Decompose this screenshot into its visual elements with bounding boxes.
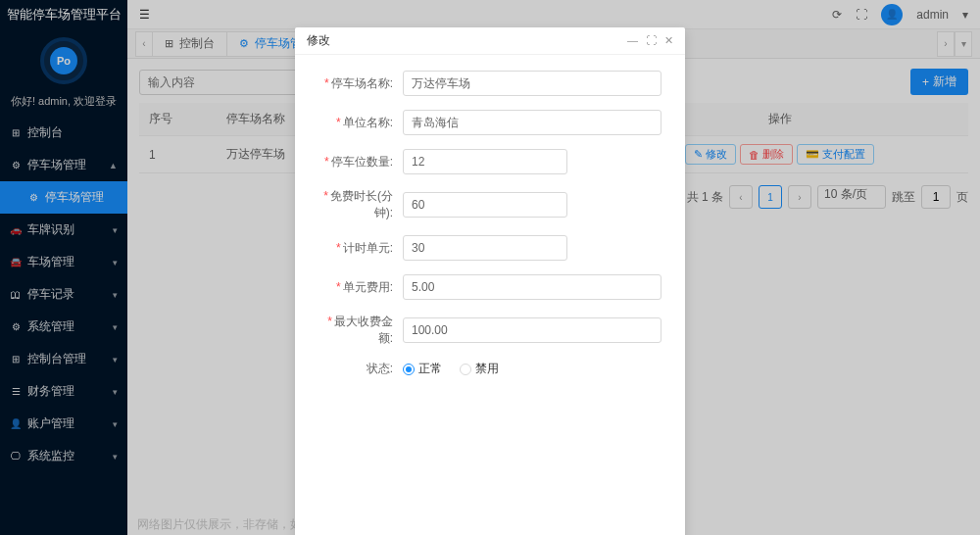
label-free-min: 免费时长(分钟): <box>318 188 403 221</box>
minimize-icon[interactable]: — <box>627 34 638 47</box>
label-park-name: 停车场名称: <box>318 75 403 92</box>
label-slot-count: 停车位数量: <box>318 154 403 170</box>
input-time-unit[interactable] <box>403 235 567 261</box>
input-unit-name[interactable] <box>403 110 662 135</box>
close-icon[interactable]: ✕ <box>664 34 673 47</box>
label-unit-name: 单位名称: <box>318 115 403 131</box>
label-time-unit: 计时单元: <box>318 240 403 257</box>
label-max-fee: 最大收费金额: <box>318 314 403 347</box>
maximize-icon[interactable]: ⛶ <box>646 34 657 47</box>
input-slot-count[interactable] <box>403 149 567 174</box>
radio-normal[interactable]: 正常 <box>403 361 442 377</box>
label-status: 状态: <box>318 361 403 377</box>
input-max-fee[interactable] <box>403 317 662 343</box>
input-unit-fee[interactable] <box>403 274 662 300</box>
edit-modal: 修改 — ⛶ ✕ 停车场名称: 单位名称: 停车位数量: 免费时长(分钟): 计… <box>295 27 685 535</box>
radio-disabled[interactable]: 禁用 <box>460 361 499 377</box>
label-unit-fee: 单元费用: <box>318 279 403 296</box>
input-park-name[interactable] <box>403 71 662 96</box>
modal-overlay[interactable]: 修改 — ⛶ ✕ 停车场名称: 单位名称: 停车位数量: 免费时长(分钟): 计… <box>0 0 980 535</box>
input-free-min[interactable] <box>403 192 567 218</box>
modal-title: 修改 <box>307 32 330 49</box>
